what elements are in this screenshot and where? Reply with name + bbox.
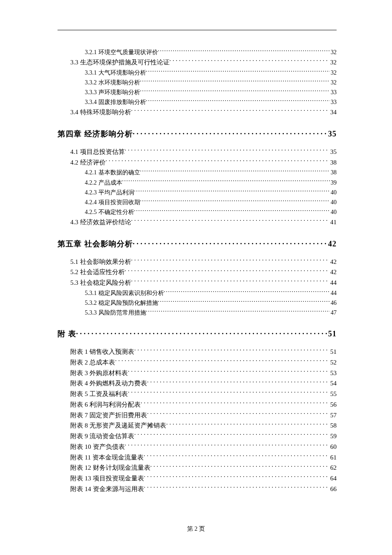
toc-leader-dots [144,485,330,491]
toc-entry-label: 4.2.4 项目投资回收期 [85,197,140,207]
toc-entry-label: 附表 13 项目投资现金量表 [70,473,144,484]
toc-entry-page: 35 [327,130,337,139]
page-footer: 第 2 页 [0,525,392,533]
toc-entry-page: 39 [330,178,337,188]
toc-entry: 附表 13 项目投资现金量表64 [70,473,337,484]
toc-entry-page: 32 [330,47,337,57]
toc-entry-label: 5.1 社会影响效果分析 [70,257,131,267]
toc-entry: 5.1 社会影响效果分析42 [70,257,337,267]
toc-entry-label: 3.3.1 大气环境影响分析 [85,68,146,78]
toc-entry-label: 附表 9 流动资金估算表 [70,431,134,442]
toc-entry: 5.3.1 稳定风险因素识别和分析44 [85,288,337,298]
toc-entry-label: 附表 2 总成本表 [70,357,115,368]
toc-entry: 3.3.1 大气环境影响分析32 [85,68,337,78]
toc-entry: 5.3.3 风险防范常用措施47 [85,308,337,318]
toc-entry-page: 32 [330,68,337,78]
toc-entry-page: 56 [329,399,337,410]
toc-leader-dots [146,69,330,75]
toc-entry: 5.2 社会适应性分析42 [70,267,337,278]
toc-entry-page: 38 [329,157,337,168]
toc-entry-page: 35 [329,147,337,157]
toc-leader-dots [144,474,330,480]
toc-leader-dots [140,78,330,84]
toc-entry: 4.2.2 产品成本39 [85,178,337,188]
toc-leader-dots [133,239,328,246]
toc-entry: 附表 9 流动资金估算表59 [70,431,337,442]
toc-entry-page: 42 [329,257,337,267]
toc-leader-dots [125,147,330,154]
toc-entry: 第五章 社会影响分析42 [58,239,337,249]
toc-entry: 附表 6 利润与利润分配表56 [70,399,337,410]
toc-leader-dots [131,278,330,285]
toc-entry-page: 51 [329,347,337,357]
toc-entry-page: 47 [330,308,337,318]
toc-leader-dots [106,158,330,165]
toc-entry-page: 44 [329,278,337,288]
toc-entry: 3.3.4 固废排放影响分析33 [85,97,337,107]
toc-entry-label: 附表 1 销售收入预测表 [70,347,134,357]
toc-entry-label: 附表 7 固定资产折旧费用表 [70,410,147,421]
toc-entry-label: 5.2 社会适应性分析 [70,267,125,278]
toc-entry-page: 51 [327,330,337,338]
toc-leader-dots [131,257,330,264]
toc-leader-dots [128,369,329,375]
toc-entry-page: 33 [330,97,337,107]
toc-entry: 附表 11 资本金现金流量表61 [70,452,337,463]
toc-leader-dots [134,347,329,354]
toc-leader-dots [131,108,330,114]
toc-entry-label: 3.3 生态环境保护措施及可行性论证 [70,57,170,68]
toc-entry: 附表 1 销售收入预测表51 [70,347,337,357]
toc-entry-page: 58 [329,420,337,431]
toc-entry: 3.3.3 声环境影响分析33 [85,87,337,97]
toc-entry: 3.4 特殊环境影响分析34 [70,107,337,118]
toc-entry: 附 表51 [58,329,337,339]
toc-entry: 4.2 经济评价38 [70,157,337,168]
toc-entry: 附表 7 固定资产折旧费用表57 [70,410,337,421]
toc-leader-dots [140,168,330,174]
toc-entry: 4.2.3 平均产品利润40 [85,188,337,197]
toc-leader-dots [125,442,330,449]
toc-entry-page: 44 [330,288,337,298]
toc-entry: 附表 2 总成本表52 [70,357,337,368]
toc-entry-page: 46 [330,298,337,308]
toc-leader-dots [131,218,330,224]
toc-leader-dots [122,179,330,185]
toc-entry-page: 40 [330,207,337,217]
toc-entry-label: 附表 8 无形资产及递延资产摊销表 [70,420,166,431]
toc-leader-dots [170,58,330,64]
toc-entry-label: 5.3 社会稳定风险分析 [70,278,131,288]
toc-entry: 4.2.5 不确定性分析40 [85,207,337,217]
toc-entry: 4.2.4 项目投资回收期40 [85,197,337,207]
toc-leader-dots [140,198,330,204]
toc-entry-label: 附表 4 外购燃料及动力费表 [70,378,147,389]
toc-entry-label: 4.2.5 不确定性分析 [85,207,134,217]
document-page: 3.2.1 环境空气质量现状评价323.3 生态环境保护措施及可行性论证323.… [0,0,392,555]
toc-entry: 5.3.2 稳定风险预防化解措施46 [85,298,337,308]
toc-entry-label: 3.3.4 固废排放影响分析 [85,97,146,107]
toc-entry-page: 40 [330,188,337,197]
toc-leader-dots [166,421,329,428]
toc-leader-dots [150,463,330,470]
table-of-contents: 3.2.1 环境空气质量现状评价323.3 生态环境保护措施及可行性论证323.… [58,47,337,494]
toc-entry-label: 附表 11 资本金现金流量表 [70,452,144,463]
toc-entry-label: 附表 14 资金来源与运用表 [70,484,144,494]
toc-entry-page: 62 [329,462,337,473]
toc-leader-dots [115,358,329,364]
toc-entry: 3.2.1 环境空气质量现状评价32 [85,47,337,57]
toc-entry-page: 34 [329,107,337,118]
toc-entry-page: 40 [330,197,337,207]
toc-entry: 附表 4 外购燃料及动力费表54 [70,378,337,389]
toc-entry-label: 附表 10 资产负债表 [70,442,125,452]
toc-entry: 附表 14 资金来源与运用表66 [70,484,337,494]
toc-entry-page: 32 [330,78,337,87]
toc-entry-label: 4.2 经济评价 [70,157,106,168]
toc-entry-page: 32 [329,57,337,68]
toc-entry-label: 第五章 社会影响分析 [58,239,133,249]
toc-leader-dots [140,88,330,94]
toc-entry-page: 53 [329,368,337,379]
toc-entry-label: 第四章 经济影响分析 [58,129,133,139]
toc-entry-page: 55 [329,389,337,399]
toc-entry-page: 54 [329,378,337,389]
toc-entry-page: 66 [329,484,337,494]
toc-entry: 附表 10 资产负债表60 [70,442,337,452]
